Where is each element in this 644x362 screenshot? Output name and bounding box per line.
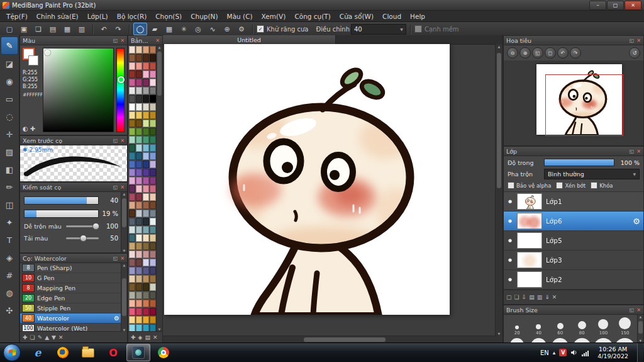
volume-icon[interactable] xyxy=(570,349,578,356)
canvas-artwork[interactable] xyxy=(164,44,450,315)
layer-lop2[interactable]: ●Lớp2 xyxy=(504,270,643,290)
palette-swatch[interactable] xyxy=(150,201,156,209)
palette-swatch[interactable] xyxy=(143,275,149,283)
float-panel-icon[interactable]: ◱ xyxy=(113,184,118,190)
taskbar-ie[interactable]: e xyxy=(26,344,50,361)
palette-swatch[interactable] xyxy=(150,283,156,291)
menu-layer[interactable]: Lớp(L) xyxy=(83,12,113,21)
palette-swatch[interactable] xyxy=(143,103,149,111)
navigator-view[interactable] xyxy=(504,60,643,145)
layer-visible-icon[interactable]: ● xyxy=(507,277,513,282)
replace-swatch-button[interactable]: ◈ xyxy=(138,334,143,341)
hand-tool[interactable]: ✣ xyxy=(1,302,18,319)
brush-stipple-pen[interactable]: 50Stipple Pen xyxy=(20,303,121,314)
palette-swatch[interactable] xyxy=(129,128,135,135)
palette-swatch[interactable] xyxy=(150,169,156,176)
close-button[interactable]: ✕ xyxy=(625,1,641,10)
clipping-checkbox[interactable]: Xén bớt xyxy=(556,182,586,189)
menu-snap[interactable]: Chụp(N) xyxy=(186,12,222,21)
start-button[interactable] xyxy=(3,344,21,361)
brush-up-button[interactable]: ▲ xyxy=(45,334,49,341)
menu-edit[interactable]: Chỉnh sửa(E) xyxy=(32,12,83,21)
palette-swatch[interactable] xyxy=(129,177,135,184)
palette-swatch[interactable] xyxy=(143,242,149,250)
palette-swatch[interactable] xyxy=(136,218,142,225)
palette-swatch[interactable] xyxy=(136,234,142,242)
palette-swatch[interactable] xyxy=(129,259,135,266)
navigator-view-rect[interactable] xyxy=(545,74,623,136)
close-panel-icon[interactable]: ✕ xyxy=(120,138,125,144)
palette-swatch[interactable] xyxy=(143,316,149,324)
close-panel-icon[interactable]: ✕ xyxy=(120,256,125,261)
palette-swatch[interactable] xyxy=(150,46,156,54)
magic-wand-tool[interactable]: ✦ xyxy=(1,214,18,231)
palette-swatch[interactable] xyxy=(150,226,156,234)
operation-tool[interactable]: ◈ xyxy=(1,249,18,266)
palette-swatch[interactable] xyxy=(129,46,135,54)
brush-size-option[interactable]: 100 xyxy=(592,317,614,336)
close-panel-icon[interactable]: ✕ xyxy=(636,149,641,154)
actual-size-button[interactable]: ◻ xyxy=(545,47,556,59)
reset-view-button[interactable]: ↺ xyxy=(629,47,640,59)
palette-swatch[interactable] xyxy=(136,161,142,168)
brush-size-option[interactable] xyxy=(528,336,549,342)
palette-swatch[interactable] xyxy=(129,201,135,209)
palette-swatch[interactable] xyxy=(150,120,156,127)
palette-swatch[interactable] xyxy=(143,291,149,299)
palette-swatch[interactable] xyxy=(150,62,156,70)
palette-swatch[interactable] xyxy=(150,259,156,266)
layer-opacity-slider[interactable] xyxy=(544,159,614,166)
close-panel-icon[interactable]: ✕ xyxy=(636,307,641,313)
palette-swatch[interactable] xyxy=(150,251,156,258)
palette-swatch[interactable] xyxy=(143,169,149,176)
brush-size-option[interactable] xyxy=(550,336,571,342)
comment-button[interactable]: ❏ xyxy=(31,23,45,35)
grid-view-button[interactable]: ▦ xyxy=(60,23,74,35)
add-swatch-button[interactable]: ✚ xyxy=(131,334,136,341)
palette-swatch[interactable] xyxy=(136,46,142,54)
palette-swatch[interactable] xyxy=(150,275,156,283)
swatch-folder-button[interactable]: ▤ xyxy=(145,334,150,341)
layer-visible-icon[interactable]: ● xyxy=(507,238,513,243)
menu-tools[interactable]: Công cụ(T) xyxy=(290,12,335,21)
palette-swatch[interactable] xyxy=(143,161,149,168)
brush-control-scrollbar[interactable] xyxy=(121,192,127,252)
palette-swatch[interactable] xyxy=(150,242,156,250)
menu-color[interactable]: Màu (C) xyxy=(223,12,257,21)
palette-swatch[interactable] xyxy=(129,267,135,274)
palette-swatch[interactable] xyxy=(136,136,142,144)
hue-slider[interactable] xyxy=(116,48,125,132)
delete-brush-button[interactable]: ✕ xyxy=(58,334,64,341)
fill-tool[interactable]: ▨ xyxy=(1,144,18,161)
palette-swatch[interactable] xyxy=(129,144,135,152)
brush-g-pen[interactable]: 10G Pen xyxy=(20,273,121,283)
palette-swatch[interactable] xyxy=(143,259,149,266)
palette-swatch[interactable] xyxy=(150,54,156,62)
merge-down-button[interactable]: ⇓ xyxy=(545,294,550,300)
canvas-vertical-scrollbar[interactable]: ▲ ▼ xyxy=(495,44,502,336)
palette-swatch[interactable] xyxy=(150,152,156,160)
brush-size-slider[interactable] xyxy=(24,196,99,205)
add-brush-button[interactable]: ✚ xyxy=(23,334,28,341)
drawing-canvas[interactable] xyxy=(164,44,450,315)
redo-button[interactable]: ↷ xyxy=(111,23,125,35)
move-tool[interactable]: ✛ xyxy=(1,126,18,143)
palette-swatch[interactable] xyxy=(143,201,149,209)
palette-swatch[interactable] xyxy=(143,120,149,127)
soft-edge-checkbox-box[interactable] xyxy=(414,25,422,33)
palette-swatch[interactable] xyxy=(136,144,142,152)
move-to-folder-button[interactable]: ▥ xyxy=(537,294,543,300)
checkbox-box[interactable] xyxy=(508,182,514,189)
taskbar-firefox[interactable] xyxy=(51,344,75,361)
palette-swatch[interactable] xyxy=(136,54,142,62)
palette-swatch[interactable] xyxy=(129,291,135,299)
brush-tool[interactable]: ✎ xyxy=(1,37,18,55)
palette-swatch[interactable] xyxy=(136,251,142,258)
brush-mode-button[interactable]: ◯ xyxy=(133,23,147,35)
brush-size-option[interactable]: 60 xyxy=(550,317,571,336)
palette-swatch[interactable] xyxy=(143,218,149,225)
layer-lop3[interactable]: ●Lớp3 xyxy=(504,251,643,270)
mix-slider[interactable] xyxy=(66,225,99,227)
hidden-icons-button[interactable]: ▴ xyxy=(553,349,556,356)
palette-swatch[interactable] xyxy=(143,111,149,119)
